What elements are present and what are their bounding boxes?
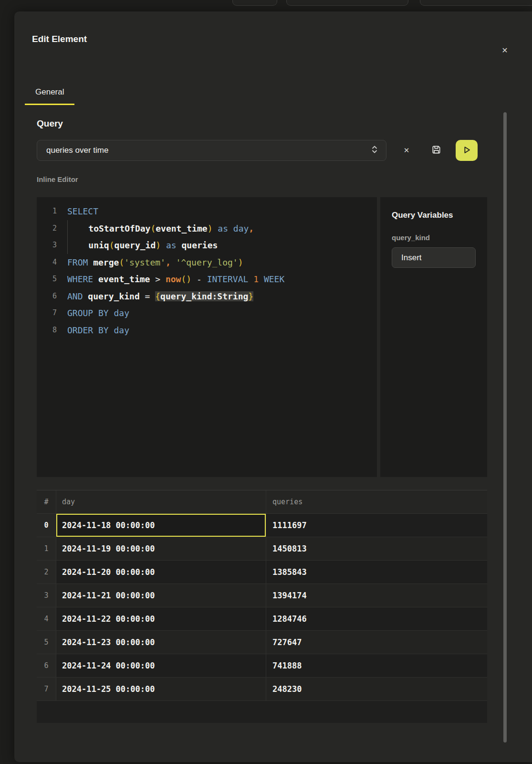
row-index-cell: 7: [37, 678, 56, 700]
row-index-cell: 3: [37, 584, 56, 607]
line-number: 8: [37, 322, 57, 339]
code-line: 5WHERE event_time > now() - INTERVAL 1 W…: [37, 271, 377, 288]
table-row: 62024-11-24 00:00:00741888: [37, 654, 487, 678]
code-line: 6AND query_kind = {query_kind:String}: [37, 288, 377, 305]
clear-query-button[interactable]: ✕: [398, 142, 415, 159]
day-cell[interactable]: 2024-11-20 00:00:00: [56, 561, 266, 584]
queries-cell[interactable]: 741888: [266, 654, 487, 677]
table-row: 02024-11-18 00:00:001111697: [37, 514, 487, 537]
row-index-cell: 0: [37, 514, 56, 537]
queries-cell[interactable]: 1394174: [266, 584, 487, 607]
indent-guide: [67, 220, 88, 237]
row-index-cell: 5: [37, 631, 56, 654]
queries-cell[interactable]: 248230: [266, 678, 487, 700]
row-index-cell: 6: [37, 654, 56, 677]
table-row: 52024-11-23 00:00:00727647: [37, 631, 487, 654]
tab-general[interactable]: General: [25, 87, 74, 105]
code-line: 7GROUP BY day: [37, 305, 377, 322]
column-header-index: #: [37, 490, 56, 513]
table-row: 22024-11-20 00:00:001385843: [37, 561, 487, 584]
queries-cell[interactable]: 1111697: [266, 514, 487, 537]
line-number: 2: [37, 220, 57, 237]
code-line: 1SELECT: [37, 203, 377, 220]
query-select[interactable]: queries over time: [37, 140, 386, 161]
chevron-up-down-icon: [371, 145, 378, 156]
day-cell[interactable]: 2024-11-19 00:00:00: [56, 537, 266, 560]
results-table: # day queries 02024-11-18 00:00:00111169…: [37, 490, 487, 723]
editor-container: 1SELECT2 toStartOfDay(event_time) as day…: [37, 197, 487, 477]
query-row: queries over time ✕: [37, 140, 487, 161]
close-button[interactable]: ✕: [498, 43, 512, 57]
day-cell[interactable]: 2024-11-23 00:00:00: [56, 631, 266, 654]
query-variables-title: Query Variables: [392, 211, 476, 220]
code-lines: 1SELECT2 toStartOfDay(event_time) as day…: [37, 203, 377, 339]
background-tab-outline: [420, 0, 532, 6]
query-variables-panel: Query Variables query_kind Insert: [380, 197, 487, 477]
row-index-cell: 4: [37, 607, 56, 630]
row-index-cell: 2: [37, 561, 56, 584]
insert-variable-button[interactable]: Insert: [392, 247, 476, 268]
indent-guide: [67, 237, 88, 254]
code-text: SELECT: [67, 203, 98, 220]
code-line: 3 uniq(query_id) as queries: [37, 237, 377, 254]
variable-name-label: query_kind: [392, 233, 476, 242]
line-number: 6: [37, 288, 57, 305]
modal-scrollbar[interactable]: [503, 112, 507, 743]
table-row: 72024-11-25 00:00:00248230: [37, 678, 487, 701]
close-icon: ✕: [501, 46, 508, 55]
save-icon: [431, 144, 442, 157]
sql-editor[interactable]: 1SELECT2 toStartOfDay(event_time) as day…: [37, 197, 377, 477]
table-footer-strip: [37, 701, 487, 723]
background-tab-outline: [286, 0, 408, 6]
save-query-button[interactable]: [428, 142, 445, 159]
column-header-day: day: [56, 490, 266, 513]
day-cell[interactable]: 2024-11-24 00:00:00: [56, 654, 266, 677]
row-index-cell: 1: [37, 537, 56, 560]
code-text: FROM merge('system', '^query_log'): [67, 254, 243, 271]
query-select-value: queries over time: [46, 146, 371, 155]
line-number: 5: [37, 271, 57, 288]
run-query-button[interactable]: [456, 140, 478, 161]
column-header-queries: queries: [266, 490, 487, 513]
inline-editor-label: Inline Editor: [37, 175, 487, 184]
tab-bar: General: [25, 87, 532, 105]
code-text: ORDER BY day: [67, 322, 129, 339]
code-line: 2 toStartOfDay(event_time) as day,: [37, 220, 377, 237]
code-text: toStartOfDay(event_time) as day,: [67, 220, 254, 237]
line-number: 3: [37, 237, 57, 254]
query-heading: Query: [37, 118, 487, 129]
day-cell[interactable]: 2024-11-21 00:00:00: [56, 584, 266, 607]
tab-label: General: [35, 87, 64, 96]
queries-cell[interactable]: 1385843: [266, 561, 487, 584]
line-number: 1: [37, 203, 57, 220]
code-line: 8ORDER BY day: [37, 322, 377, 339]
queries-cell[interactable]: 727647: [266, 631, 487, 654]
queries-cell[interactable]: 1284746: [266, 607, 487, 630]
background-tab-outline: [232, 0, 277, 6]
table-body: 02024-11-18 00:00:00111169712024-11-19 0…: [37, 514, 487, 701]
code-text: uniq(query_id) as queries: [67, 237, 218, 254]
table-row: 32024-11-21 00:00:001394174: [37, 584, 487, 607]
code-line: 4FROM merge('system', '^query_log'): [37, 254, 377, 271]
queries-cell[interactable]: 1450813: [266, 537, 487, 560]
edit-element-modal: Edit Element ✕ General Query queries ove…: [14, 11, 532, 762]
play-icon: [461, 145, 472, 157]
modal-title: Edit Element: [32, 34, 532, 44]
clear-icon: ✕: [404, 146, 410, 155]
table-row: 12024-11-19 00:00:001450813: [37, 537, 487, 561]
day-cell[interactable]: 2024-11-18 00:00:00: [56, 514, 266, 537]
code-text: GROUP BY day: [67, 305, 129, 322]
code-text: AND query_kind = {query_kind:String}: [67, 288, 253, 305]
day-cell[interactable]: 2024-11-25 00:00:00: [56, 678, 266, 700]
line-number: 7: [37, 305, 57, 322]
line-number: 4: [37, 254, 57, 271]
code-text: WHERE event_time > now() - INTERVAL 1 WE…: [67, 271, 284, 288]
table-header-row: # day queries: [37, 490, 487, 514]
table-row: 42024-11-22 00:00:001284746: [37, 607, 487, 631]
day-cell[interactable]: 2024-11-22 00:00:00: [56, 607, 266, 630]
